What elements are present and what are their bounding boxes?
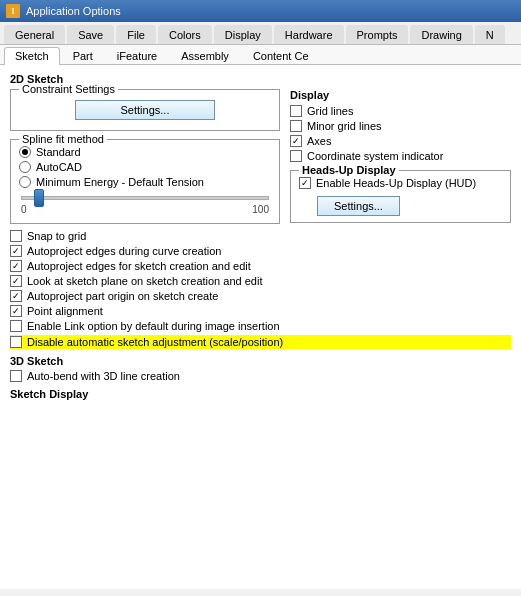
tab-ifeature[interactable]: iFeature xyxy=(106,47,168,64)
check-disable-adjustment-input[interactable] xyxy=(10,336,22,348)
tab-n[interactable]: N xyxy=(475,25,505,44)
check-minorgridlines-label: Minor grid lines xyxy=(307,120,382,132)
constraint-settings-button[interactable]: Settings... xyxy=(75,100,215,120)
tab-part[interactable]: Part xyxy=(62,47,104,64)
check-point-alignment-input[interactable] xyxy=(10,305,22,317)
check-lookat-label: Look at sketch plane on sketch creation … xyxy=(27,275,262,287)
slider-min: 0 xyxy=(21,204,27,215)
radio-autocad-label: AutoCAD xyxy=(36,161,82,173)
radio-minenergy-input[interactable] xyxy=(19,176,31,188)
slider-thumb[interactable] xyxy=(34,189,44,207)
slider-labels: 0 100 xyxy=(21,204,269,215)
check-gridlines[interactable]: Grid lines xyxy=(290,105,511,117)
check-auto-bend[interactable]: Auto-bend with 3D line creation xyxy=(10,370,511,382)
check-gridlines-input[interactable] xyxy=(290,105,302,117)
check-hud[interactable]: Enable Heads-Up Display (HUD) xyxy=(299,177,502,189)
check-minorgridlines[interactable]: Minor grid lines xyxy=(290,120,511,132)
check-lookat-input[interactable] xyxy=(10,275,22,287)
radio-minenergy-label: Minimum Energy - Default Tension xyxy=(36,176,204,188)
check-autoproject-curve-input[interactable] xyxy=(10,245,22,257)
radio-minenergy[interactable]: Minimum Energy - Default Tension xyxy=(19,176,271,188)
left-column: Constraint Settings Settings... Spline f… xyxy=(10,89,280,224)
radio-autocad-input[interactable] xyxy=(19,161,31,173)
check-minorgridlines-input[interactable] xyxy=(290,120,302,132)
spline-group: Spline fit method Standard AutoCAD Minim… xyxy=(10,139,280,224)
slider-track[interactable] xyxy=(21,196,269,200)
check-lookat[interactable]: Look at sketch plane on sketch creation … xyxy=(10,275,511,287)
check-autoproject-curve[interactable]: Autoproject edges during curve creation xyxy=(10,245,511,257)
tab-drawing[interactable]: Drawing xyxy=(410,25,472,44)
tab-colors[interactable]: Colors xyxy=(158,25,212,44)
check-autoproject-origin-label: Autoproject part origin on sketch create xyxy=(27,290,218,302)
check-point-alignment-label: Point alignment xyxy=(27,305,103,317)
check-hud-input[interactable] xyxy=(299,177,311,189)
spline-group-title: Spline fit method xyxy=(19,133,107,145)
tab-sketch[interactable]: Sketch xyxy=(4,47,60,65)
check-autoproject-sketch[interactable]: Autoproject edges for sketch creation an… xyxy=(10,260,511,272)
check-snap-label: Snap to grid xyxy=(27,230,86,242)
section-sketch-display-title: Sketch Display xyxy=(10,388,511,400)
check-disable-adjustment-label: Disable automatic sketch adjustment (sca… xyxy=(27,336,283,348)
check-axes-label: Axes xyxy=(307,135,331,147)
main-content: 2D Sketch Constraint Settings Settings..… xyxy=(0,65,521,589)
radio-autocad[interactable]: AutoCAD xyxy=(19,161,271,173)
slider-container: 0 100 xyxy=(19,196,271,215)
check-auto-bend-label: Auto-bend with 3D line creation xyxy=(27,370,180,382)
tabs-row1: General Save File Colors Display Hardwar… xyxy=(0,22,521,45)
check-autoproject-sketch-input[interactable] xyxy=(10,260,22,272)
check-autoproject-sketch-label: Autoproject edges for sketch creation an… xyxy=(27,260,251,272)
slider-max: 100 xyxy=(252,204,269,215)
check-hud-label: Enable Heads-Up Display (HUD) xyxy=(316,177,476,189)
check-axes-input[interactable] xyxy=(290,135,302,147)
constraint-group: Constraint Settings Settings... xyxy=(10,89,280,131)
display-section: Display Grid lines Minor grid lines Axes… xyxy=(290,89,511,162)
check-link-option-label: Enable Link option by default during ima… xyxy=(27,320,280,332)
tab-assembly[interactable]: Assembly xyxy=(170,47,240,64)
check-auto-bend-input[interactable] xyxy=(10,370,22,382)
right-column: Display Grid lines Minor grid lines Axes… xyxy=(290,89,511,224)
two-col-layout: Constraint Settings Settings... Spline f… xyxy=(10,89,511,224)
check-coordsystem[interactable]: Coordinate system indicator xyxy=(290,150,511,162)
check-snap-input[interactable] xyxy=(10,230,22,242)
bottom-checkboxes: Snap to grid Autoproject edges during cu… xyxy=(10,230,511,349)
constraint-group-title: Constraint Settings xyxy=(19,83,118,95)
check-coordsystem-label: Coordinate system indicator xyxy=(307,150,443,162)
tab-file[interactable]: File xyxy=(116,25,156,44)
hud-settings-button[interactable]: Settings... xyxy=(317,196,400,216)
app-icon: I xyxy=(6,4,20,18)
tab-prompts[interactable]: Prompts xyxy=(346,25,409,44)
check-coordsystem-input[interactable] xyxy=(290,150,302,162)
hud-group: Heads-Up Display Enable Heads-Up Display… xyxy=(290,170,511,223)
tab-general[interactable]: General xyxy=(4,25,65,44)
hud-group-title: Heads-Up Display xyxy=(299,164,399,176)
check-disable-adjustment-row[interactable]: Disable automatic sketch adjustment (sca… xyxy=(10,335,511,349)
check-link-option-input[interactable] xyxy=(10,320,22,332)
radio-standard[interactable]: Standard xyxy=(19,146,271,158)
check-gridlines-label: Grid lines xyxy=(307,105,353,117)
section-3d-title: 3D Sketch xyxy=(10,355,511,367)
check-axes[interactable]: Axes xyxy=(290,135,511,147)
check-snap-to-grid[interactable]: Snap to grid xyxy=(10,230,511,242)
tab-hardware[interactable]: Hardware xyxy=(274,25,344,44)
display-title: Display xyxy=(290,89,511,101)
radio-standard-input[interactable] xyxy=(19,146,31,158)
tab-content[interactable]: Content Ce xyxy=(242,47,320,64)
window-title: Application Options xyxy=(26,5,121,17)
check-autoproject-curve-label: Autoproject edges during curve creation xyxy=(27,245,221,257)
tab-save[interactable]: Save xyxy=(67,25,114,44)
tab-display[interactable]: Display xyxy=(214,25,272,44)
check-autoproject-origin[interactable]: Autoproject part origin on sketch create xyxy=(10,290,511,302)
check-link-option[interactable]: Enable Link option by default during ima… xyxy=(10,320,511,332)
title-bar: I Application Options xyxy=(0,0,521,22)
check-autoproject-origin-input[interactable] xyxy=(10,290,22,302)
check-point-alignment[interactable]: Point alignment xyxy=(10,305,511,317)
tabs-row2: Sketch Part iFeature Assembly Content Ce xyxy=(0,45,521,65)
radio-standard-label: Standard xyxy=(36,146,81,158)
